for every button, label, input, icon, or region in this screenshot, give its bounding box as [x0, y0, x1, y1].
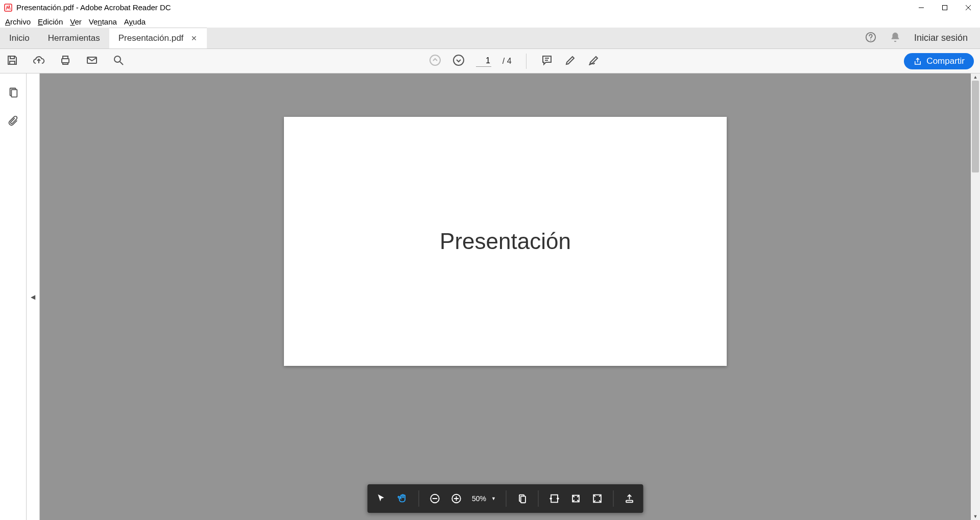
page-up-icon[interactable]: [429, 54, 441, 68]
sign-icon[interactable]: [588, 54, 600, 68]
cloud-upload-icon[interactable]: [33, 54, 45, 68]
read-mode-icon[interactable]: [624, 493, 635, 504]
page-total-label: / 4: [503, 57, 512, 66]
sign-in-link[interactable]: Iniciar sesión: [914, 33, 968, 43]
page-down-icon[interactable]: [452, 54, 465, 68]
window-titlebar: Presentación.pdf - Adobe Acrobat Reader …: [0, 0, 980, 15]
tab-document[interactable]: Presentación.pdf ✕: [109, 28, 207, 48]
thumbnails-icon[interactable]: [8, 87, 19, 100]
float-separator: [613, 490, 614, 507]
fullscreen-icon[interactable]: [592, 493, 603, 504]
left-navigation-rail: [0, 73, 27, 520]
svg-rect-7: [62, 59, 69, 63]
hand-tool-icon[interactable]: [397, 493, 408, 504]
zoom-out-icon[interactable]: [429, 493, 440, 504]
svg-point-11: [430, 55, 440, 65]
floating-view-toolbar: 50% ▼: [367, 484, 643, 513]
document-viewport[interactable]: Presentación 50% ▼: [40, 73, 971, 520]
fit-page-icon[interactable]: [517, 493, 528, 504]
zoom-level-label: 50%: [472, 494, 486, 503]
svg-rect-2: [943, 5, 947, 10]
scroll-down-arrow[interactable]: ▼: [971, 513, 980, 520]
float-separator: [506, 490, 507, 507]
tab-herramientas[interactable]: Herramientas: [39, 28, 109, 48]
svg-rect-16: [11, 90, 17, 97]
highlight-icon[interactable]: [564, 54, 577, 68]
svg-point-12: [453, 55, 464, 65]
zoom-in-icon[interactable]: [450, 493, 462, 504]
menubar: Archivo Edición Ver Ventana Ayuda: [0, 15, 980, 28]
window-minimize-button[interactable]: [910, 0, 933, 15]
svg-rect-24: [552, 495, 558, 503]
scroll-thumb[interactable]: [972, 81, 979, 172]
svg-line-10: [120, 62, 123, 65]
share-button[interactable]: Compartir: [904, 53, 974, 69]
scroll-up-arrow[interactable]: ▲: [971, 73, 980, 81]
float-separator: [418, 490, 419, 507]
svg-rect-27: [627, 501, 633, 503]
share-button-label: Compartir: [926, 56, 965, 66]
pdf-page: Presentación: [284, 117, 727, 366]
window-close-button[interactable]: [957, 0, 980, 15]
svg-point-9: [114, 56, 121, 62]
main-toolbar: / 4 Compartir: [0, 49, 980, 73]
tab-close-button[interactable]: ✕: [190, 35, 198, 42]
print-icon[interactable]: [59, 54, 71, 68]
page-text: Presentación: [440, 229, 571, 254]
menu-ayuda[interactable]: Ayuda: [124, 17, 146, 26]
collapse-arrow-icon: ◀: [31, 293, 35, 301]
tab-document-label: Presentación.pdf: [118, 33, 184, 43]
window-maximize-button[interactable]: [933, 0, 957, 15]
selection-tool-icon[interactable]: [375, 493, 387, 504]
float-separator: [538, 490, 539, 507]
find-icon[interactable]: [112, 54, 125, 68]
tab-inicio[interactable]: Inicio: [0, 28, 39, 48]
toolbar-separator: [526, 54, 527, 69]
save-icon[interactable]: [6, 54, 18, 68]
menu-ventana[interactable]: Ventana: [89, 17, 117, 26]
menu-ver[interactable]: Ver: [70, 17, 82, 26]
menu-edicion[interactable]: Edición: [38, 17, 63, 26]
notifications-icon[interactable]: [890, 32, 901, 45]
app-icon: [4, 4, 12, 12]
vertical-scrollbar[interactable]: ▲ ▼: [971, 73, 980, 520]
email-icon[interactable]: [86, 54, 98, 68]
svg-point-6: [870, 39, 871, 40]
content-area: ◀ Presentación 50% ▼ ▲: [0, 73, 980, 520]
attachments-icon[interactable]: [8, 115, 19, 129]
caret-down-icon: ▼: [491, 496, 496, 501]
zoom-level-dropdown[interactable]: 50% ▼: [472, 494, 496, 503]
comment-icon[interactable]: [541, 54, 553, 68]
page-number-input[interactable]: [476, 55, 491, 67]
svg-rect-0: [5, 4, 12, 11]
panel-splitter[interactable]: ◀: [27, 73, 40, 520]
fit-width-icon[interactable]: [549, 493, 560, 504]
window-title: Presentación.pdf - Adobe Acrobat Reader …: [16, 3, 171, 12]
fit-visible-icon[interactable]: [570, 493, 582, 504]
svg-rect-23: [521, 496, 525, 503]
menu-archivo[interactable]: Archivo: [5, 17, 31, 26]
tabbar: Inicio Herramientas Presentación.pdf ✕ I…: [0, 28, 980, 49]
help-icon[interactable]: [865, 32, 876, 45]
